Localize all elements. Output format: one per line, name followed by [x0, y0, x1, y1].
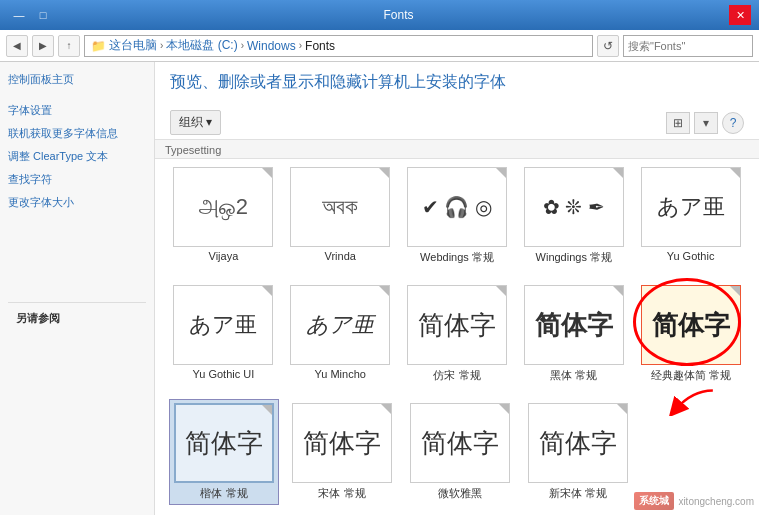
font-preview-yumincho: あア亜 [290, 285, 390, 365]
view-toggle-button[interactable]: ⊞ [666, 112, 690, 134]
close-button[interactable]: ✕ [729, 5, 751, 25]
breadcrumb-item-3: Fonts [305, 39, 335, 53]
font-preview-yugothic: あア亜 [641, 167, 741, 247]
sidebar-link-0[interactable]: 字体设置 [8, 103, 146, 118]
maximize-button[interactable]: □ [32, 5, 54, 25]
font-preview-vijaya: அஒ2 [173, 167, 273, 247]
sidebar-link-4[interactable]: 更改字体大小 [8, 195, 146, 210]
font-item-jingdian[interactable]: 简体字 经典趣体简 常规 [636, 281, 745, 387]
search-box[interactable]: 🔍 [623, 35, 753, 57]
font-name-fangsong: 仿宋 常规 [407, 368, 507, 383]
font-name-wingdings: Wingdings 常规 [524, 250, 624, 265]
address-bar: ◀ ▶ ↑ 📁 这台电脑 › 本地磁盘 (C:) › Windows › Fon… [0, 30, 759, 62]
breadcrumb-sep-1: › [241, 40, 244, 51]
font-item-yumincho[interactable]: あア亜 Yu Mincho [286, 281, 395, 387]
sidebar-link-1[interactable]: 联机获取更多字体信息 [8, 126, 146, 141]
sidebar: 控制面板主页 字体设置 联机获取更多字体信息 调整 ClearType 文本 查… [0, 62, 155, 515]
font-preview-kaiti: 简体字 [174, 403, 274, 483]
breadcrumb-item-0[interactable]: 这台电脑 [109, 37, 157, 54]
font-name-yugothic: Yu Gothic [641, 250, 741, 262]
organize-button[interactable]: 组织 ▾ [170, 110, 221, 135]
font-preview-newsong: 简体字 [528, 403, 628, 483]
breadcrumb-sep-2: › [299, 40, 302, 51]
font-name-heiti: 黑体 常规 [524, 368, 624, 383]
back-button[interactable]: ◀ [6, 35, 28, 57]
up-button[interactable]: ↑ [58, 35, 80, 57]
toolbar: 组织 ▾ ⊞ ▾ ? [155, 106, 759, 140]
font-preview-vrinda: অবক [290, 167, 390, 247]
view-list-button[interactable]: ▾ [694, 112, 718, 134]
font-preview-heiti: 简体字 [524, 285, 624, 365]
help-button[interactable]: ? [722, 112, 744, 134]
font-item-yugothic[interactable]: あア亜 Yu Gothic [636, 163, 745, 269]
content-area: 预览、删除或者显示和隐藏计算机上安装的字体 组织 ▾ ⊞ ▾ ? Typeset… [155, 62, 759, 515]
font-name-newsong: 新宋体 常规 [528, 486, 628, 501]
font-name-kaiti: 楷体 常规 [174, 486, 274, 501]
breadcrumb-sep-0: › [160, 40, 163, 51]
font-preview-msyahei: 简体字 [410, 403, 510, 483]
main-layout: 控制面板主页 字体设置 联机获取更多字体信息 调整 ClearType 文本 查… [0, 62, 759, 515]
sidebar-link-2[interactable]: 调整 ClearType 文本 [8, 149, 146, 164]
font-preview-fangsong: 简体字 [407, 285, 507, 365]
font-preview-jingdian: 简体字 [641, 285, 741, 365]
forward-button[interactable]: ▶ [32, 35, 54, 57]
font-item-vijaya[interactable]: அஒ2 Vijaya [169, 163, 278, 269]
font-preview-wingdings: ✿ ❊ ✒ [524, 167, 624, 247]
font-name-webdings: Webdings 常规 [407, 250, 507, 265]
font-item-songti[interactable]: 简体字 宋体 常规 [287, 399, 397, 505]
font-item-fangsong[interactable]: 简体字 仿宋 常规 [403, 281, 512, 387]
font-item-webdings[interactable]: ✔ 🎧 ◎ Webdings 常规 [403, 163, 512, 269]
font-item-vrinda[interactable]: অবক Vrinda [286, 163, 395, 269]
font-item-yugothicui[interactable]: あア亜 Yu Gothic UI [169, 281, 278, 387]
font-name-yugothicui: Yu Gothic UI [173, 368, 273, 380]
font-name-songti: 宋体 常规 [292, 486, 392, 501]
red-arrow [667, 386, 717, 416]
breadcrumb-item-1[interactable]: 本地磁盘 (C:) [166, 37, 237, 54]
font-item-newsong[interactable]: 简体字 新宋体 常规 [523, 399, 633, 505]
font-name-msyahei: 微软雅黑 [410, 486, 510, 501]
sidebar-link-main[interactable]: 控制面板主页 [8, 72, 146, 87]
font-item-kaiti[interactable]: 简体字 楷体 常规 [169, 399, 279, 505]
font-item-heiti[interactable]: 简体字 黑体 常规 [519, 281, 628, 387]
font-row-1: அஒ2 Vijaya অবক Vrinda ✔ 🎧 ◎ Webdings 常规 [155, 159, 759, 273]
watermark-url: xitongcheng.com [678, 496, 754, 507]
title-bar: — □ Fonts ✕ [0, 0, 759, 30]
font-name-jingdian: 经典趣体简 常规 [641, 368, 741, 383]
refresh-button[interactable]: ↺ [597, 35, 619, 57]
font-preview-yugothicui: あア亜 [173, 285, 273, 365]
font-item-msyahei[interactable]: 简体字 微软雅黑 [405, 399, 515, 505]
content-title: 预览、删除或者显示和隐藏计算机上安装的字体 [170, 72, 744, 93]
search-input[interactable] [628, 40, 759, 52]
sidebar-link-3[interactable]: 查找字符 [8, 172, 146, 187]
font-name-yumincho: Yu Mincho [290, 368, 390, 380]
window-title: Fonts [68, 8, 729, 22]
font-name-vijaya: Vijaya [173, 250, 273, 262]
content-header: 预览、删除或者显示和隐藏计算机上安装的字体 [155, 62, 759, 106]
font-preview-webdings: ✔ 🎧 ◎ [407, 167, 507, 247]
font-preview-songti: 简体字 [292, 403, 392, 483]
font-row-2: あア亜 Yu Gothic UI あア亜 Yu Mincho 简体字 仿宋 常规 [155, 277, 759, 391]
watermark: 系统城 xitongcheng.com [634, 492, 754, 510]
breadcrumb[interactable]: 📁 这台电脑 › 本地磁盘 (C:) › Windows › Fonts [84, 35, 593, 57]
also-see-label: 另请参阅 [8, 302, 146, 334]
breadcrumb-item-2[interactable]: Windows [247, 39, 296, 53]
minimize-button[interactable]: — [8, 5, 30, 25]
font-item-wingdings[interactable]: ✿ ❊ ✒ Wingdings 常规 [519, 163, 628, 269]
font-name-vrinda: Vrinda [290, 250, 390, 262]
section-label: Typesetting [155, 140, 759, 159]
